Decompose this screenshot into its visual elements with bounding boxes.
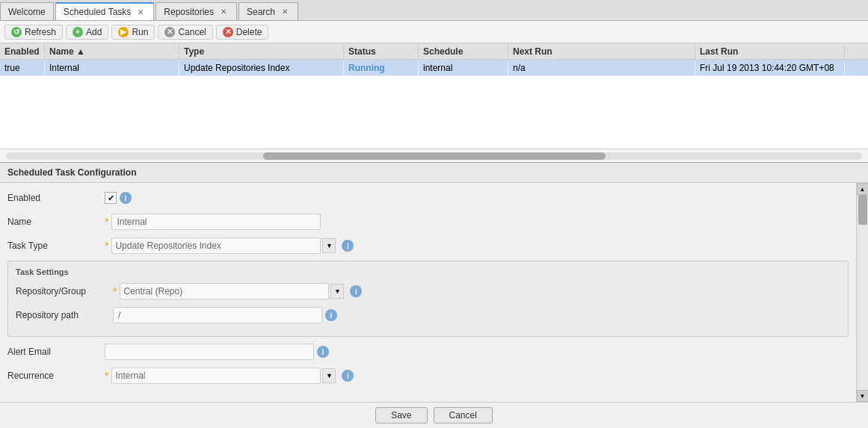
run-button[interactable]: ▶ Run [111,25,155,40]
delete-button[interactable]: ✕ Delete [216,25,269,40]
repo-path-input[interactable] [113,307,322,323]
grid-container: Enabled Name ▲ Type Status Schedule Next… [0,43,868,163]
col-type: Type [179,44,344,59]
repo-group-dropdown-icon[interactable]: ▼ [330,284,344,299]
save-button[interactable]: Save [375,407,427,424]
enabled-info-icon[interactable]: i [120,192,132,204]
add-button[interactable]: + Add [66,25,108,40]
col-schedule: Schedule [419,44,508,59]
recurrence-info-icon[interactable]: i [342,370,354,382]
config-footer: Save Cancel [0,402,868,428]
task-type-select-wrap: Update Repositories Index ▼ i [111,238,354,254]
repo-group-info-icon[interactable]: i [350,285,362,297]
config-cancel-button[interactable]: Cancel [434,407,493,424]
recurrence-select[interactable]: Internal [111,367,321,384]
cell-last-run: Fri Jul 19 2013 10:44:20 GMT+08 [695,61,845,75]
recurrence-select-wrap: Internal ▼ i [111,367,354,384]
run-icon: ▶ [118,27,129,37]
scrollbar-up-arrow[interactable]: ▲ [857,183,869,195]
enabled-row: Enabled ✔ i [7,189,849,207]
cancel-button[interactable]: ✕ Cancel [158,25,212,40]
task-type-dropdown-icon[interactable]: ▼ [322,238,336,253]
repo-group-select-wrap: Central (Repo) ▼ i [120,283,362,300]
name-row: Name * [7,213,849,231]
name-input[interactable] [111,214,321,230]
cell-name: Internal [45,61,179,75]
tab-search-close[interactable]: ✕ [280,7,290,16]
toolbar: ↺ Refresh + Add ▶ Run ✕ Cancel ✕ Delete [0,21,868,43]
repo-group-select[interactable]: Central (Repo) [120,283,329,300]
horizontal-scrollbar[interactable] [0,149,868,162]
task-type-select[interactable]: Update Repositories Index [111,238,321,254]
tab-repositories[interactable]: Repositories ✕ [156,2,237,20]
add-icon: + [73,27,83,37]
config-body: http://blog.csdn.net/mtkong Enabled ✔ i … [0,183,856,402]
task-settings-group: Task Settings Repository/Group * Central… [7,261,849,337]
grid-body: true Internal Update Repositories Index … [0,60,868,149]
recurrence-label: Recurrence [7,370,105,381]
recurrence-row: Recurrence * Internal ▼ i [7,367,849,385]
table-row[interactable]: true Internal Update Repositories Index … [0,60,868,76]
recurrence-required: * [105,370,108,382]
scrollbar-track [858,195,868,390]
scrollbar-thumb[interactable] [263,152,606,160]
scrollbar-thumb[interactable] [858,195,867,225]
tab-bar: Welcome Scheduled Tasks ✕ Repositories ✕… [0,0,868,21]
col-last-run: Last Run [695,44,845,59]
tab-repositories-close[interactable]: ✕ [218,7,229,16]
alert-email-row: Alert Email i [7,343,849,361]
name-label: Name [7,217,105,227]
recurrence-dropdown-icon[interactable]: ▼ [322,368,336,383]
config-scroll-wrap: http://blog.csdn.net/mtkong Enabled ✔ i … [0,183,868,402]
tab-welcome[interactable]: Welcome [0,2,54,20]
enabled-label: Enabled [7,193,105,203]
alert-email-info-icon[interactable]: i [317,346,329,358]
tab-scheduled-tasks-label: Scheduled Tasks [64,7,132,17]
repo-group-row: Repository/Group * Central (Repo) ▼ i [16,282,840,300]
cell-next-run: n/a [508,61,695,75]
repo-path-info-icon[interactable]: i [325,309,337,321]
cell-type: Update Repositories Index [179,61,344,75]
cancel-icon: ✕ [164,27,175,37]
run-label: Run [132,27,148,37]
task-type-info-icon[interactable]: i [342,240,354,252]
task-type-required: * [105,240,108,252]
repo-group-required: * [113,285,117,297]
task-settings-legend: Task Settings [16,267,840,276]
delete-label: Delete [236,27,262,37]
tab-scheduled-tasks[interactable]: Scheduled Tasks ✕ [55,2,155,20]
tab-search[interactable]: Search ✕ [238,2,298,20]
scrollbar-down-arrow[interactable]: ▼ [857,390,869,402]
repo-path-row: Repository path i [16,306,840,324]
repo-group-label: Repository/Group [16,286,113,297]
alert-email-label: Alert Email [7,347,105,357]
col-enabled: Enabled [0,44,45,59]
tab-search-label: Search [247,7,275,17]
col-status: Status [344,44,419,59]
repo-path-label: Repository path [16,310,113,320]
grid-header: Enabled Name ▲ Type Status Schedule Next… [0,43,868,60]
cell-status: Running [344,61,419,75]
tab-scheduled-tasks-close[interactable]: ✕ [135,7,146,17]
col-next-run: Next Run [508,44,695,59]
refresh-button[interactable]: ↺ Refresh [4,25,63,40]
config-title: Scheduled Task Configuration [0,163,868,183]
cell-enabled: true [0,61,45,75]
config-section: Scheduled Task Configuration http://blog… [0,163,868,428]
scrollbar-track [6,152,862,160]
tab-repositories-label: Repositories [164,7,214,17]
refresh-icon: ↺ [11,27,22,37]
name-required: * [105,216,108,228]
alert-email-input[interactable] [105,344,314,360]
delete-icon: ✕ [223,27,233,37]
task-type-row: Task Type * Update Repositories Index ▼ … [7,237,849,255]
cancel-label: Cancel [178,27,206,37]
refresh-label: Refresh [25,27,56,37]
tab-welcome-label: Welcome [8,7,46,17]
config-scrollbar[interactable]: ▲ ▼ [856,183,868,402]
add-label: Add [86,27,102,37]
enabled-checkbox[interactable]: ✔ [105,192,117,204]
cell-schedule: internal [419,61,508,75]
col-name[interactable]: Name ▲ [45,44,179,59]
task-type-label: Task Type [7,241,105,251]
